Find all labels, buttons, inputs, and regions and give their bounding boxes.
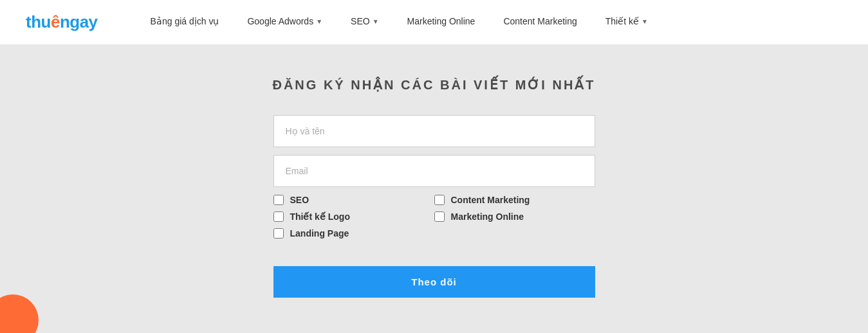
chevron-down-icon: ▼ — [373, 18, 379, 25]
checkbox-thiet-ke[interactable] — [273, 212, 284, 222]
checkbox-col-right: Content Marketing Marketing Online — [434, 195, 595, 245]
checkbox-thiet-ke-label[interactable]: Thiết kế Logo — [290, 212, 350, 222]
list-item: Marketing Online — [434, 212, 595, 222]
nav-google-adwords[interactable]: Google Adwords ▼ — [233, 0, 337, 45]
form-title: ĐĂNG KÝ NHẬN CÁC BÀI VIẾT MỚI NHẤT — [272, 77, 595, 93]
nav-bang-gia[interactable]: Bảng giá dịch vụ — [136, 0, 234, 45]
nav-content-marketing[interactable]: Content Marketing — [489, 0, 591, 45]
checkbox-marketing-online[interactable] — [434, 212, 445, 222]
checkbox-seo[interactable] — [273, 195, 284, 205]
subscribe-form: SEO Thiết kế Logo Landing Page Content M… — [273, 115, 595, 298]
checkbox-landing-label[interactable]: Landing Page — [290, 228, 349, 239]
checkbox-content-marketing[interactable] — [434, 195, 445, 205]
nav-marketing-online[interactable]: Marketing Online — [393, 0, 490, 45]
nav-seo[interactable]: SEO ▼ — [337, 0, 392, 45]
checkbox-col-left: SEO Thiết kế Logo Landing Page — [273, 195, 434, 245]
submit-button[interactable]: Theo dõi — [273, 266, 595, 298]
checkbox-row-1: SEO Thiết kế Logo Landing Page Content M… — [273, 195, 595, 245]
checkbox-group: SEO Thiết kế Logo Landing Page Content M… — [273, 195, 595, 251]
list-item: Content Marketing — [434, 195, 595, 205]
list-item: Landing Page — [273, 228, 434, 239]
header: thuêngay Bảng giá dịch vụ Google Adwords… — [0, 0, 868, 45]
name-input[interactable] — [273, 115, 595, 147]
main-content: ĐĂNG KÝ NHẬN CÁC BÀI VIẾT MỚI NHẤT SEO T… — [0, 45, 868, 333]
email-input[interactable] — [273, 155, 595, 187]
checkbox-content-label[interactable]: Content Marketing — [451, 195, 530, 205]
chevron-down-icon: ▼ — [642, 18, 648, 25]
checkbox-landing[interactable] — [273, 228, 284, 239]
list-item: SEO — [273, 195, 434, 205]
chevron-down-icon: ▼ — [316, 18, 322, 25]
checkbox-seo-label[interactable]: SEO — [290, 195, 309, 205]
checkbox-marketing-label[interactable]: Marketing Online — [451, 212, 524, 222]
list-item: Thiết kế Logo — [273, 212, 434, 222]
logo[interactable]: thuêngay — [26, 12, 98, 32]
main-nav: Bảng giá dịch vụ Google Adwords ▼ SEO ▼ … — [136, 0, 662, 45]
nav-thiet-ke[interactable]: Thiết kế ▼ — [591, 0, 662, 45]
